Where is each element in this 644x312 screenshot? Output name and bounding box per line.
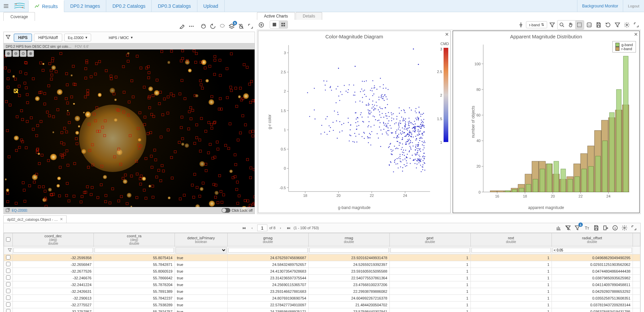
table-row[interactable]: -32.259935855.8075414true 24.67625974569… [4,254,640,261]
more-icon[interactable] [187,22,196,31]
row-checkbox[interactable] [6,269,10,273]
filter-coord-ra[interactable] [94,248,174,253]
zoom-fit-icon[interactable]: ⊙ [20,50,27,57]
popout-icon[interactable] [6,208,10,213]
col-gmag[interactable]: gmagdouble [227,233,308,246]
zoom-1x-icon[interactable]: 1x [585,21,594,29]
tab-coverage[interactable]: Coverage [3,12,35,21]
tab-results[interactable]: Results [28,0,64,12]
col-gext[interactable]: gextdouble [389,233,470,246]
last-page-icon[interactable]: ⏭ [286,225,292,231]
color-icon[interactable] [199,22,208,31]
table-row[interactable]: -32.275795755.7924757true 24.23859848892… [4,308,640,312]
layers-icon[interactable]: 5 [227,22,236,31]
filter-icon[interactable] [6,35,12,40]
filter-icon[interactable] [8,249,12,253]
tools-icon[interactable] [178,22,186,31]
add-chart-icon[interactable] [257,21,266,29]
col-coord-dec[interactable]: coord_dec(deg)double [13,233,94,246]
prev-page-icon[interactable]: ‹ [249,225,255,231]
close-icon[interactable]: ✕ [634,32,638,37]
next-page-icon[interactable]: › [277,225,283,231]
toggle-icon[interactable] [222,208,230,213]
row-checkbox[interactable] [6,309,10,312]
row-checkbox[interactable] [6,302,10,307]
filter-rmag[interactable] [309,248,389,253]
reset-icon[interactable] [604,21,612,29]
close-icon[interactable]: ✕ [445,32,449,37]
grid-view-icon[interactable] [279,21,288,28]
close-icon[interactable]: ✕ [60,217,63,221]
hips-moc-select[interactable]: HiPS / MOC ▾ [105,34,136,41]
tab-active-charts[interactable]: Active Charts [257,12,295,20]
histogram-plot[interactable]: 1618202224020406080100 [470,41,633,203]
lock-crossed-icon[interactable] [237,22,245,31]
background-monitor-link[interactable]: Background Monitor [577,0,623,12]
pan-tool-icon[interactable] [566,21,575,29]
zoom-reset-icon[interactable]: ⊗ [27,50,34,57]
tab-dp02-images[interactable]: DP0.2 Images [64,0,107,12]
col-radial[interactable]: radial_offsetdouble [552,233,633,246]
table-tab[interactable]: dp02_dc2_catalogs.Object - … ✕ [3,215,67,223]
projection-select[interactable]: Eq J2000▾ [64,34,91,41]
table-row[interactable]: -32.244122455.7878204true 24.25690115365… [4,281,640,288]
click-lock[interactable]: Click Lock: off [222,208,253,213]
chart-action-icon[interactable] [554,223,563,232]
zoom-in-icon[interactable]: ⊕ [5,50,12,57]
table-row[interactable]: -32.267752655.8060519true 24.41307354792… [4,268,640,275]
table-row[interactable]: -32.24667655.7866642true 23.314236597375… [4,275,640,281]
table-row[interactable]: -32.242663155.7891389true 23.29314662788… [4,288,640,295]
filter-rext[interactable] [471,248,551,253]
zoom-out-icon[interactable]: ⊖ [12,50,19,57]
expand-icon[interactable] [246,22,255,31]
select-all-checkbox[interactable] [6,237,10,242]
expand-icon[interactable] [632,21,641,29]
sky-viewer[interactable]: DP0.2 HiPS from DESC DC2 sim: gri colo… … [3,43,255,214]
row-checkbox[interactable] [6,282,10,286]
row-checkbox[interactable] [6,255,10,259]
tab-details[interactable]: Details [296,12,322,20]
tab-upload[interactable]: Upload [197,0,225,12]
info-icon[interactable] [611,223,619,232]
page-input[interactable] [257,224,267,231]
filter-funnel-icon[interactable] [613,21,622,29]
col-rext[interactable]: rextdouble [470,233,552,246]
filter-remove-icon[interactable] [564,223,572,232]
add-column-icon[interactable] [601,223,610,232]
text-icon[interactable]: Tт [582,223,591,232]
filter-icon[interactable] [548,21,557,29]
select-tool-icon[interactable] [575,21,584,29]
table-row[interactable]: -32.277552755.7938289true 22.57842773491… [4,302,640,308]
table-row[interactable]: -32.265684755.7842871true 24.58432489752… [4,261,640,268]
tab-dp03-catalogs[interactable]: DP0.3 Catalogs [152,0,197,12]
pin-icon[interactable] [517,21,525,29]
row-checkbox[interactable] [6,262,10,266]
save-icon[interactable] [594,21,603,29]
save-icon[interactable] [592,223,601,232]
tab-dp02-catalogs[interactable]: DP0.2 Catalogs [106,0,152,12]
filter-radial[interactable] [553,248,632,253]
zoom-tool-icon[interactable] [558,21,566,29]
filter-coord-dec[interactable] [13,248,93,253]
first-page-icon[interactable]: ⏮ [241,225,247,231]
scatter-plot[interactable]: 18202224-0.500.511.522.53 [275,41,444,203]
filter-gext[interactable] [390,248,470,253]
expand-icon[interactable] [630,223,638,232]
logout-link[interactable]: Logout [623,0,644,12]
table-row[interactable]: -32.29061355.7842237true 24.807691906907… [4,295,640,302]
rotate-icon[interactable] [209,22,217,31]
col-detect[interactable]: detect_isPrimaryboolean [175,233,228,246]
row-checkbox[interactable] [6,289,10,293]
hips-button[interactable]: HiPS [14,34,32,42]
gear-icon[interactable] [620,223,629,232]
col-rmag[interactable]: rmagdouble [308,233,389,246]
single-view-icon[interactable] [270,21,279,28]
filter-gmag[interactable] [228,248,308,253]
row-checkbox[interactable] [6,275,10,280]
col-coord-ra[interactable]: coord_ra(deg)double [94,233,175,246]
filter-detect[interactable] [176,247,227,253]
lasso-icon[interactable] [218,22,227,31]
hips-aitoff-button[interactable]: HiPS/Aitoff [34,34,62,42]
row-checkbox[interactable] [6,296,10,300]
band-select[interactable]: r-band⇅ [526,21,547,28]
